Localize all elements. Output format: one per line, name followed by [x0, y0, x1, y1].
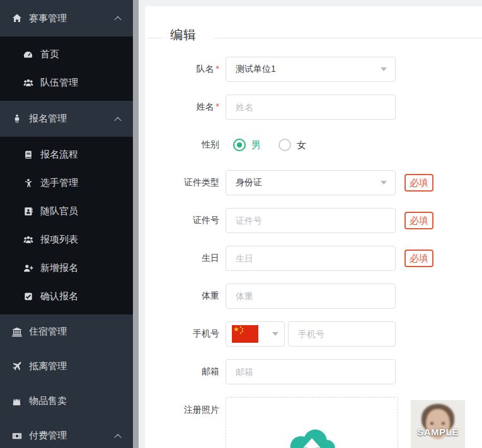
gender-male-label[interactable]: 男 — [251, 139, 261, 151]
form-row-team: 队名* 测试单位1 — [145, 57, 482, 82]
birthday-label: 生日 — [145, 253, 219, 264]
check-square-icon — [23, 292, 33, 301]
sidebar-item-arrival-departure-management[interactable]: 抵离管理 — [0, 349, 133, 384]
sidebar-item-label: 随队官员 — [40, 205, 78, 217]
email-input[interactable] — [226, 359, 396, 384]
sidebar-item-registration-management[interactable]: 报名管理 — [0, 101, 133, 137]
sidebar-item-label: 物品售卖 — [29, 395, 67, 407]
gender-female-radio[interactable] — [278, 139, 291, 151]
chevron-up-icon — [114, 16, 121, 23]
form-title-row: 编辑 — [149, 27, 482, 42]
sidebar-item-label: 首页 — [40, 49, 59, 60]
id-type-select[interactable]: 身份证 — [226, 170, 396, 195]
main-content: 编辑 队名* 测试单位1 姓名* — [139, 0, 482, 448]
sidebar-item-label: 住宿管理 — [29, 326, 67, 338]
required-badge: 必填 — [405, 212, 433, 229]
birthday-input[interactable] — [226, 246, 396, 271]
title-divider-left — [149, 38, 163, 38]
dashboard-icon — [23, 50, 33, 59]
name-input[interactable] — [226, 95, 396, 120]
id-type-label: 证件类型 — [145, 177, 219, 188]
title-divider-right — [214, 38, 482, 38]
team-select[interactable]: 测试单位1 — [226, 57, 396, 82]
sidebar-item-label: 队伍管理 — [40, 77, 78, 89]
form-row-phone: 手机号 — [145, 321, 482, 347]
caret-down-icon — [381, 181, 387, 185]
id-type-select-value: 身份证 — [236, 177, 262, 188]
team-select-value: 测试单位1 — [236, 64, 276, 75]
china-flag-icon — [232, 325, 258, 343]
scrollbar-thumb[interactable] — [133, 0, 139, 448]
form-row-id-type: 证件类型 身份证 必填 — [145, 170, 482, 195]
sidebar-item-label: 赛事管理 — [29, 13, 67, 25]
id-card-icon — [23, 207, 33, 216]
caret-down-icon — [381, 67, 387, 71]
building-icon — [11, 327, 22, 337]
money-icon — [11, 431, 22, 441]
sample-photo: SAMPLE — [411, 400, 465, 448]
sidebar-item-dashboard[interactable]: 首页 — [0, 40, 133, 69]
sidebar-item-merchandise-sales[interactable]: 物品售卖 — [0, 384, 133, 418]
sidebar-item-payment-management[interactable]: 付费管理 — [0, 418, 133, 448]
page-title: 编辑 — [170, 26, 197, 43]
required-asterisk: * — [216, 64, 219, 74]
user-plus-icon — [23, 263, 33, 273]
email-label: 邮箱 — [145, 366, 219, 377]
sidebar-item-label: 报名管理 — [29, 113, 67, 125]
required-badge: 必填 — [405, 174, 433, 192]
id-number-label: 证件号 — [145, 215, 219, 226]
required-asterisk: * — [216, 101, 219, 112]
sidebar-item-label: 新增报名 — [40, 262, 78, 274]
form-row-id-number: 证件号 必填 — [145, 208, 482, 233]
edit-form-card: 编辑 队名* 测试单位1 姓名* — [145, 6, 482, 448]
id-number-input[interactable] — [226, 208, 396, 233]
app-window: 赛事管理 首页 队伍管理 报名管理 — [0, 0, 482, 448]
form-row-birthday: 生日 必填 — [145, 246, 482, 271]
required-badge: 必填 — [405, 250, 433, 267]
photo-upload-dropzone[interactable] — [226, 397, 398, 448]
sidebar-item-label: 抵离管理 — [29, 360, 67, 372]
phone-label: 手机号 — [145, 328, 219, 340]
sidebar-item-label: 选手管理 — [40, 177, 78, 189]
sidebar-item-team-officials[interactable]: 随队官员 — [0, 197, 133, 226]
sidebar-item-label: 报项列表 — [40, 234, 78, 246]
sidebar-item-confirm-registration[interactable]: 确认报名 — [0, 282, 133, 311]
weight-input[interactable] — [226, 284, 396, 309]
form-row-email: 邮箱 — [145, 359, 482, 384]
sidebar-submenu-registration: 报名流程 选手管理 随队官员 报项列表 — [0, 137, 133, 314]
chevron-up-icon — [114, 434, 121, 440]
sidebar-item-label: 报名流程 — [40, 149, 78, 161]
sidebar-item-entry-list[interactable]: 报项列表 — [0, 226, 133, 254]
person-icon — [11, 114, 22, 123]
form-row-gender: 性别 男 女 — [145, 132, 482, 158]
chevron-up-icon — [114, 117, 121, 123]
sidebar-item-accommodation-management[interactable]: 住宿管理 — [0, 314, 133, 349]
book-icon — [23, 150, 33, 159]
edit-form: 队名* 测试单位1 姓名* — [145, 57, 482, 448]
home-icon — [11, 13, 22, 23]
sidebar-item-registration-flow[interactable]: 报名流程 — [0, 141, 133, 169]
sidebar-item-label: 确认报名 — [40, 290, 78, 302]
sidebar-item-event-management[interactable]: 赛事管理 — [0, 0, 133, 37]
athlete-icon — [23, 178, 33, 188]
country-code-select[interactable] — [226, 321, 285, 347]
photo-label: 注册照片 — [145, 397, 219, 416]
cloud-upload-icon — [285, 425, 338, 448]
name-label: 姓名 — [197, 101, 214, 112]
sidebar-item-new-registration[interactable]: 新增报名 — [0, 254, 133, 282]
team-label: 队名 — [197, 64, 214, 74]
sidebar-item-athlete-management[interactable]: 选手管理 — [0, 169, 133, 197]
sidebar-item-team-management[interactable]: 队伍管理 — [0, 69, 133, 97]
phone-input[interactable] — [288, 321, 396, 347]
gender-label: 性别 — [145, 139, 219, 151]
plane-icon — [11, 362, 22, 371]
form-row-photo: 注册照片 SAMPLE — [145, 397, 482, 448]
sample-photo-watermark: SAMPLE — [411, 427, 465, 437]
team-icon — [23, 78, 33, 88]
weight-label: 体重 — [145, 290, 219, 302]
gender-female-label[interactable]: 女 — [297, 139, 306, 151]
gender-male-radio[interactable] — [233, 139, 246, 151]
form-row-weight: 体重 — [145, 284, 482, 309]
vertical-scrollbar — [133, 0, 139, 448]
form-row-name: 姓名* — [145, 95, 482, 120]
